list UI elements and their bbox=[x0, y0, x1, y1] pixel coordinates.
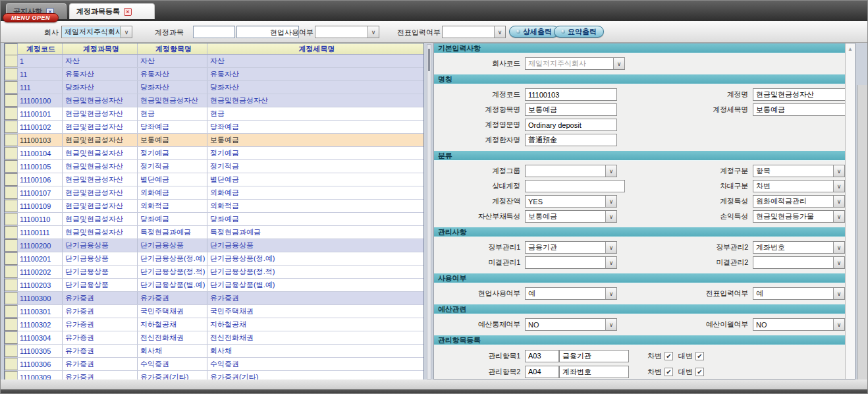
account-eng-name-input[interactable] bbox=[525, 119, 617, 131]
table-row[interactable]: 11100107현금및현금성자산외화예금외화예금 bbox=[5, 186, 423, 200]
table-row[interactable]: 11100110현금및현금성자산당좌예금당좌예금 bbox=[5, 213, 423, 226]
table-row[interactable]: 11100202단기금융상품단기금융상품(정.적)단기금융상품(정.적) bbox=[5, 266, 423, 279]
account-hanja-name-input[interactable] bbox=[525, 134, 617, 146]
account-char-select[interactable]: 원화예적금관리∨ bbox=[753, 195, 845, 208]
book-mgmt1-select[interactable]: 금융기관∨ bbox=[525, 241, 617, 254]
slip-entry-panel-select[interactable]: 예∨ bbox=[753, 287, 845, 300]
cell-sel bbox=[5, 134, 18, 146]
cell-code: 11100202 bbox=[18, 266, 63, 278]
account-code-search-input[interactable] bbox=[193, 26, 235, 38]
cell-name: 현금및현금성자산 bbox=[63, 173, 138, 186]
mgmt-item-name-input[interactable] bbox=[559, 350, 629, 362]
table-row[interactable]: 11100203단기금융상품단기금융상품(별.예)단기금융상품(별.예) bbox=[5, 279, 423, 292]
table-row[interactable]: 11100101현금및현금성자산현금현금 bbox=[5, 107, 423, 121]
cell-sel bbox=[5, 213, 18, 225]
counter-account-input[interactable] bbox=[525, 180, 625, 192]
cell-item: 외화예금 bbox=[138, 186, 207, 199]
field-use-select[interactable]: ∨ bbox=[315, 26, 379, 38]
cell-item: 당좌자산 bbox=[138, 81, 207, 94]
table-row[interactable]: 111당좌자산당좌자산당좌자산 bbox=[5, 81, 423, 94]
cell-item: 보통예금 bbox=[138, 134, 207, 146]
table-scrollbar[interactable] bbox=[427, 44, 431, 380]
table-row[interactable]: 11100302유가증권지하철공채지하철공채 bbox=[5, 318, 423, 331]
debit-checkbox[interactable]: ✔ bbox=[665, 368, 673, 376]
account-div-select[interactable]: 항목∨ bbox=[753, 165, 845, 177]
account-code-input[interactable] bbox=[525, 88, 617, 101]
credit-checkbox[interactable]: ✔ bbox=[695, 352, 704, 360]
table-row[interactable]: 11100103현금및현금성자산보통예금보통예금 bbox=[5, 134, 423, 147]
header-detail: 계정세목명 bbox=[207, 43, 423, 54]
tab-account-registration[interactable]: 계정과목등록 × bbox=[69, 3, 155, 19]
account-group-select[interactable]: ∨ bbox=[525, 165, 617, 177]
budget-carryover-select[interactable]: NO∨ bbox=[753, 318, 845, 331]
asset-liab-char-select[interactable]: 보통예금∨ bbox=[525, 210, 617, 223]
table-row[interactable]: 11유동자산유동자산유동자산 bbox=[5, 68, 423, 81]
scrollbar-thumb[interactable] bbox=[428, 49, 430, 71]
table-row[interactable]: 11100201단기금융상품단기금융상품(정.예)단기금융상품(정.예) bbox=[5, 252, 423, 266]
chevron-down-icon: ∨ bbox=[833, 257, 844, 268]
table-row[interactable]: 11100109현금및현금성자산외화적금외화적금 bbox=[5, 200, 423, 213]
table-row[interactable]: 11100104현금및현금성자산정기예금정기예금 bbox=[5, 147, 423, 160]
cell-code: 11100105 bbox=[18, 160, 63, 173]
table-row[interactable]: 11100111현금및현금성자산특정현금과예금특정현금과예금 bbox=[5, 226, 423, 239]
dc-div-select[interactable]: 차변∨ bbox=[753, 180, 845, 192]
mgmt-item-code-input[interactable] bbox=[525, 350, 559, 362]
account-item-name-input[interactable] bbox=[525, 103, 617, 116]
field-use-panel-select[interactable]: 예∨ bbox=[525, 287, 617, 300]
summary-print-button[interactable]: 요약출력 bbox=[554, 26, 604, 38]
counter-account-label: 상대계정 bbox=[434, 181, 525, 191]
pending-mgmt1-select[interactable]: ∨ bbox=[525, 256, 617, 269]
account-balance-select[interactable]: YES∨ bbox=[525, 195, 617, 208]
cell-sel bbox=[5, 68, 18, 80]
cell-detail: 전신전화채권 bbox=[207, 331, 423, 344]
cell-sel bbox=[5, 331, 18, 344]
cell-sel bbox=[5, 94, 18, 107]
dc-div-label: 차대구분 bbox=[675, 181, 753, 191]
pending-mgmt2-select[interactable]: ∨ bbox=[753, 256, 845, 269]
account-name-input[interactable] bbox=[753, 88, 845, 101]
chevron-up-icon[interactable]: ▲ bbox=[846, 43, 855, 54]
table-row[interactable]: 11100300유가증권유가증권유가증권 bbox=[5, 292, 423, 305]
detail-panel: 기본입력사항 회사코드 제일저지주식회사 ∨ 명칭 계정코드 계정명 bbox=[433, 43, 855, 380]
mgmt-item-code-input[interactable] bbox=[525, 366, 559, 378]
cell-item: 단기금융상품(별.예) bbox=[138, 279, 207, 291]
pl-char-select[interactable]: 현금및현금등가물∨ bbox=[753, 210, 845, 223]
cell-code: 11100201 bbox=[18, 252, 63, 265]
cell-item: 정기예금 bbox=[138, 147, 207, 159]
mgmt-item-name-input[interactable] bbox=[559, 366, 629, 378]
table-row[interactable]: 11100200단기금융상품단기금융상품단기금융상품 bbox=[5, 239, 423, 252]
mgmt-item-row: 관리항목2차변✔대변✔ bbox=[434, 364, 845, 379]
table-row[interactable]: 11100306유가증권수익증권수익증권 bbox=[5, 358, 423, 371]
cell-detail: 외화예금 bbox=[207, 186, 423, 199]
slip-entry-select[interactable]: ∨ bbox=[442, 26, 506, 38]
close-icon[interactable]: × bbox=[124, 8, 132, 16]
section-classify: 분류 bbox=[434, 151, 845, 161]
cell-detail: 외화적금 bbox=[207, 200, 423, 212]
detail-print-button[interactable]: 상세출력 bbox=[509, 26, 559, 38]
table-row[interactable]: 11100100현금및현금성자산현금및현금성자산현금및현금성자산 bbox=[5, 94, 423, 107]
panel-scrollbar[interactable]: ▲ bbox=[845, 43, 855, 379]
account-detail-name-input[interactable] bbox=[753, 103, 845, 116]
company-select[interactable]: 제일저지주식회사 ∨ bbox=[61, 26, 132, 38]
table-row[interactable]: 11100305유가증권회사채회사채 bbox=[5, 345, 423, 358]
chevron-down-icon: ∨ bbox=[833, 211, 844, 222]
section-usage: 사용여부 bbox=[434, 273, 845, 283]
table-row[interactable]: 11100304유가증권전신전화채권전신전화채권 bbox=[5, 331, 423, 345]
table-row[interactable]: 1자산자산자산 bbox=[5, 55, 423, 68]
menu-open-button[interactable]: MENU OPEN bbox=[3, 13, 59, 22]
table-row[interactable]: 11100105현금및현금성자산정기적금정기적금 bbox=[5, 160, 423, 173]
cell-sel bbox=[5, 160, 18, 173]
debit-checkbox[interactable]: ✔ bbox=[665, 352, 673, 360]
book-mgmt2-select[interactable]: 계좌번호∨ bbox=[753, 241, 845, 254]
table-row[interactable]: 11100301유가증권국민주택채권국민주택채권 bbox=[5, 305, 423, 318]
section-mgmt-items: 관리항목등록 bbox=[434, 335, 845, 345]
table-row[interactable]: 11100106현금및현금성자산별단예금별단예금 bbox=[5, 173, 423, 186]
cell-item: 자산 bbox=[138, 55, 207, 67]
cell-detail: 정기예금 bbox=[207, 147, 423, 159]
budget-control-select[interactable]: NO∨ bbox=[525, 318, 617, 331]
credit-checkbox[interactable]: ✔ bbox=[695, 368, 704, 376]
chevron-down-icon: ∨ bbox=[605, 196, 616, 207]
cell-detail: 지하철공채 bbox=[207, 318, 423, 331]
cell-item: 정기적금 bbox=[138, 160, 207, 173]
table-row[interactable]: 11100102현금및현금성자산당좌예금당좌예금 bbox=[5, 121, 423, 134]
